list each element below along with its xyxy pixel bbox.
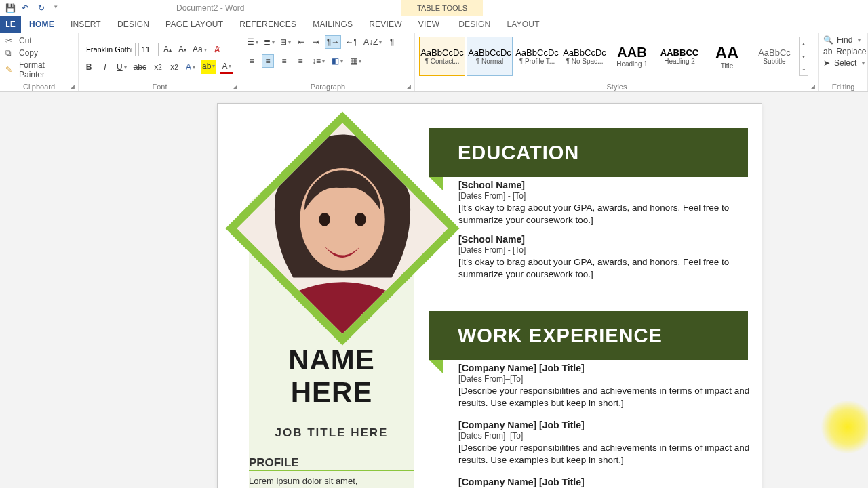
- binoculars-icon: 🔍: [823, 35, 833, 45]
- highlight-button[interactable]: ab: [201, 60, 216, 74]
- show-marks-button[interactable]: ¶: [386, 35, 398, 49]
- work-entry-3[interactable]: [Company Name] [Job Title] [Dates From]–…: [458, 476, 750, 488]
- cut-label: Cut: [19, 36, 32, 45]
- font-name-input[interactable]: [83, 43, 136, 56]
- select-button[interactable]: ➤Select▾: [823, 58, 863, 68]
- work-bar[interactable]: WORK EXPERIENCE: [429, 311, 748, 360]
- align-left-button[interactable]: ≡: [245, 54, 258, 68]
- education-entry-1[interactable]: [School Name] [Dates From] - [To] [It's …: [458, 180, 750, 226]
- align-justify-button[interactable]: ≡: [294, 54, 307, 68]
- styles-scroll[interactable]: ▴▾⌄: [799, 37, 808, 76]
- svg-point-3: [355, 213, 366, 226]
- text-effects-button[interactable]: A: [184, 60, 197, 74]
- group-label-editing: Editing: [823, 81, 863, 92]
- shading-button[interactable]: ◧: [330, 54, 344, 68]
- align-center-button[interactable]: ≡: [262, 54, 274, 68]
- tab-insert[interactable]: INSERT: [62, 16, 109, 33]
- document-area[interactable]: NAME HERE JOB TITLE HERE PROFILE Lorem i…: [0, 92, 868, 488]
- ribbon-tabs: LE HOME INSERT DESIGN PAGE LAYOUT REFERE…: [0, 16, 868, 33]
- font-size-input[interactable]: [138, 43, 159, 56]
- work-entry-1[interactable]: [Company Name] [Job Title] [Dates From]–…: [458, 363, 750, 409]
- font-launcher-icon[interactable]: ◢: [233, 83, 239, 90]
- tab-references[interactable]: REFERENCES: [231, 16, 304, 33]
- qat-more-icon[interactable]: ▾: [54, 3, 64, 13]
- shrink-font-button[interactable]: A▾: [176, 43, 189, 56]
- tab-mailings[interactable]: MAILINGS: [304, 16, 361, 33]
- resume-name[interactable]: NAME HERE: [249, 344, 414, 409]
- copy-button[interactable]: ⧉Copy: [4, 47, 74, 58]
- ribbon: ✂Cut ⧉Copy ✎Format Painter Clipboard ◢ A…: [0, 33, 868, 92]
- group-font: A▴ A▾ Aa A̷ B I U abc x2 x2 A ab A Font …: [79, 33, 241, 92]
- group-paragraph: ☰ ≣ ⊟ ⇤ ⇥ ¶→ ←¶ A↓Z ¶ ≡ ≡ ≡ ≡ ↕≡ ◧ ▦ Par…: [241, 33, 415, 92]
- clipboard-launcher-icon[interactable]: ◢: [70, 83, 77, 90]
- style-title[interactable]: AATitle: [704, 37, 750, 76]
- style-heading-1[interactable]: AABHeading 1: [609, 37, 655, 76]
- strikethrough-button[interactable]: abc: [132, 60, 148, 74]
- tab-home[interactable]: HOME: [21, 16, 62, 33]
- style-normal[interactable]: AaBbCcDc¶ Normal: [467, 37, 513, 76]
- sort-button[interactable]: A↓Z: [362, 35, 383, 49]
- group-label-clipboard: Clipboard: [4, 81, 74, 92]
- tab-view[interactable]: VIEW: [410, 16, 448, 33]
- borders-button[interactable]: ▦: [349, 54, 363, 68]
- page[interactable]: NAME HERE JOB TITLE HERE PROFILE Lorem i…: [217, 103, 762, 488]
- paragraph-launcher-icon[interactable]: ◢: [406, 83, 413, 90]
- increase-indent-button[interactable]: ⇥: [310, 35, 322, 49]
- education-bar[interactable]: EDUCATION: [429, 128, 748, 177]
- style-subtitle[interactable]: AaBbCcSubtitle: [751, 37, 797, 76]
- multilevel-button[interactable]: ⊟: [279, 35, 292, 49]
- redo-icon[interactable]: ↻: [38, 3, 47, 13]
- replace-button[interactable]: abReplace: [823, 47, 863, 56]
- save-icon[interactable]: 💾: [5, 3, 15, 13]
- cut-button[interactable]: ✂Cut: [4, 35, 74, 46]
- tab-review[interactable]: REVIEW: [361, 16, 410, 33]
- tab-design[interactable]: DESIGN: [109, 16, 157, 33]
- grow-font-button[interactable]: A▴: [161, 43, 174, 56]
- subscript-button[interactable]: x2: [152, 60, 164, 74]
- tab-table-design[interactable]: DESIGN: [450, 16, 498, 33]
- style-profile-t[interactable]: AaBbCcDc¶ Profile T...: [514, 37, 560, 76]
- profile-body[interactable]: Lorem ipsum dolor sit amet,: [249, 475, 414, 487]
- group-label-paragraph: Paragraph: [245, 81, 410, 92]
- clear-format-button[interactable]: A̷: [211, 43, 223, 56]
- bold-button[interactable]: B: [83, 60, 95, 74]
- svg-point-2: [319, 213, 330, 226]
- line-spacing-button[interactable]: ↕≡: [311, 54, 326, 68]
- styles-launcher-icon[interactable]: ◢: [810, 83, 817, 90]
- format-painter-button[interactable]: ✎Format Painter: [4, 60, 74, 80]
- align-right-button[interactable]: ≡: [278, 54, 290, 68]
- group-clipboard: ✂Cut ⧉Copy ✎Format Painter Clipboard ◢: [0, 33, 79, 92]
- superscript-button[interactable]: x2: [168, 60, 180, 74]
- group-label-font: Font: [83, 81, 237, 92]
- group-label-styles: Styles: [419, 81, 814, 92]
- cursor-icon: ➤: [823, 58, 830, 68]
- change-case-button[interactable]: Aa: [191, 43, 208, 56]
- style-no-spacing[interactable]: AaBbCcDc¶ No Spac...: [561, 37, 608, 76]
- style-contact[interactable]: AaBbCcDc¶ Contact...: [419, 37, 465, 76]
- scissors-icon: ✂: [5, 36, 15, 45]
- rtl-button[interactable]: ←¶: [344, 35, 359, 49]
- table-tools-label: TABLE TOOLS: [401, 0, 483, 16]
- italic-button[interactable]: I: [99, 60, 111, 74]
- bullets-button[interactable]: ☰: [245, 35, 260, 49]
- tab-page-layout[interactable]: PAGE LAYOUT: [157, 16, 231, 33]
- group-styles: AaBbCcDc¶ Contact... AaBbCcDc¶ Normal Aa…: [415, 33, 819, 92]
- find-button[interactable]: 🔍Find▾: [823, 35, 863, 45]
- tab-table-layout[interactable]: LAYOUT: [498, 16, 547, 33]
- underline-button[interactable]: U: [115, 60, 128, 74]
- font-color-button[interactable]: A: [220, 60, 233, 74]
- education-notch: [429, 177, 443, 190]
- paintbrush-icon: ✎: [5, 65, 15, 75]
- work-entry-2[interactable]: [Company Name] [Job Title] [Dates From]–…: [458, 420, 750, 466]
- cursor-highlight: [821, 400, 868, 454]
- decrease-indent-button[interactable]: ⇤: [295, 35, 307, 49]
- numbering-button[interactable]: ≣: [262, 35, 276, 49]
- resume-job-title[interactable]: JOB TITLE HERE: [249, 426, 414, 440]
- profile-heading[interactable]: PROFILE: [249, 456, 299, 470]
- ltr-button[interactable]: ¶→: [325, 35, 341, 49]
- education-entry-2[interactable]: [School Name] [Dates From] - [To] [It's …: [458, 234, 750, 281]
- style-heading-2[interactable]: AABBCCHeading 2: [656, 37, 703, 76]
- undo-icon[interactable]: ↶: [22, 3, 31, 13]
- tab-file[interactable]: LE: [0, 16, 21, 33]
- title-bar: 💾 ↶ ↻ ▾ Document2 - Word TABLE TOOLS: [0, 0, 868, 16]
